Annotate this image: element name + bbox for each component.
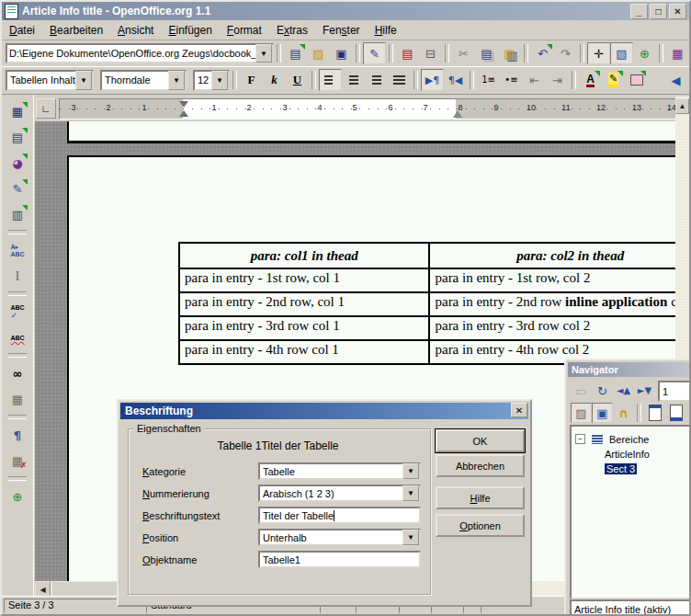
table-cell[interactable]: para in entry - 2nd row inline applicati… bbox=[429, 292, 679, 316]
save-button[interactable]: ▣ bbox=[330, 42, 353, 64]
document-table[interactable]: para: col1 in thead para: col2 in thead … bbox=[178, 242, 679, 365]
print-file-button[interactable]: ⊟ bbox=[419, 42, 442, 64]
menu-einfuegen[interactable]: Einfügen bbox=[161, 22, 219, 39]
numbering-dropdown-icon[interactable]: ▼ bbox=[402, 485, 419, 501]
open-button[interactable]: ▨ bbox=[307, 42, 330, 64]
bullet-list-button[interactable]: •≡ bbox=[500, 69, 523, 91]
anchor-text-button[interactable] bbox=[686, 403, 691, 423]
form-functions-button[interactable]: ▥ bbox=[6, 203, 29, 225]
insert-button[interactable]: ▤ bbox=[6, 126, 29, 148]
table-cell[interactable]: para in entry - 2nd row, col 1 bbox=[179, 292, 429, 316]
table-cell[interactable]: para in entry - 1st row, col 2 bbox=[429, 268, 679, 292]
ok-button[interactable]: OK bbox=[436, 429, 525, 452]
toggle-button[interactable]: ▭ bbox=[571, 381, 592, 401]
menu-ansicht[interactable]: Ansicht bbox=[110, 22, 161, 39]
table-cell[interactable]: para in entry - 4th row col 1 bbox=[179, 340, 429, 364]
menu-bearbeiten[interactable]: Bearbeiten bbox=[42, 22, 110, 39]
right-margin-marker[interactable] bbox=[453, 106, 462, 118]
menu-datei[interactable]: Datei bbox=[2, 22, 42, 39]
font-name-combobox[interactable]: Thorndale ▼ bbox=[100, 70, 187, 91]
font-size-value[interactable]: 12 bbox=[195, 74, 211, 86]
auto-spellcheck-button[interactable]: ABC bbox=[6, 326, 29, 348]
minimize-button[interactable]: _ bbox=[630, 4, 648, 19]
cut-button[interactable]: ✂ bbox=[452, 42, 475, 64]
redo-button[interactable]: ↷ bbox=[554, 42, 577, 64]
page-2-bottom[interactable] bbox=[67, 121, 679, 143]
draw-functions-button[interactable]: ✎ bbox=[6, 177, 29, 200]
align-center-button[interactable] bbox=[342, 69, 365, 91]
tab-type-button[interactable]: ∟ bbox=[36, 98, 56, 119]
navigation-button[interactable]: ↻ bbox=[592, 381, 613, 401]
show-root-button[interactable]: ▣ bbox=[592, 403, 613, 423]
page-spinner-value[interactable]: 1 bbox=[660, 386, 691, 397]
category-dropdown[interactable]: Tabelle ▼ bbox=[258, 462, 421, 480]
scroll-up-icon[interactable]: ▲ bbox=[675, 98, 689, 114]
previous-object-button[interactable]: ◄▲ bbox=[613, 381, 634, 401]
maximize-button[interactable]: □ bbox=[650, 4, 667, 19]
toolbar-scroll-left-button[interactable]: ◀ bbox=[664, 69, 687, 91]
paragraph-background-button[interactable] bbox=[625, 69, 648, 91]
menu-hilfe[interactable]: Hilfe bbox=[368, 22, 404, 39]
font-size-combobox[interactable]: 12 ▼ bbox=[193, 70, 230, 91]
close-button[interactable]: ✕ bbox=[669, 4, 686, 19]
nonprinting-characters-button[interactable]: ¶ bbox=[6, 424, 29, 446]
size-dropdown-icon[interactable]: ▼ bbox=[211, 71, 228, 90]
url-value[interactable]: D:\Eigene Dokumente\OpenOffice.org Zeugs… bbox=[7, 47, 255, 60]
gallery-button[interactable]: ▦ bbox=[666, 42, 689, 64]
align-justify-button[interactable] bbox=[388, 69, 411, 91]
menu-extras[interactable]: Extras bbox=[269, 22, 315, 39]
hyperlink-dialog-button[interactable]: ⊕ bbox=[633, 42, 656, 64]
autotext-button[interactable]: A▸ABC bbox=[6, 239, 29, 261]
tree-item-articleinfo[interactable]: ArticleInfo bbox=[605, 447, 650, 461]
italic-button[interactable]: k bbox=[263, 69, 286, 91]
dialog-close-icon[interactable]: ✕ bbox=[511, 403, 527, 417]
cancel-button[interactable]: Abbrechen bbox=[436, 454, 525, 477]
table-header-cell[interactable]: para: col1 in thead bbox=[179, 243, 429, 268]
navigator-document-selector[interactable]: Article Info title (aktiv) bbox=[570, 599, 691, 616]
position-dropdown-icon[interactable]: ▼ bbox=[402, 530, 419, 545]
insert-table-button[interactable]: ▦ bbox=[6, 100, 29, 122]
paragraph-style-value[interactable]: Tabellen Inhalt bbox=[7, 74, 75, 86]
increase-indent-button[interactable]: ⇥ bbox=[546, 69, 569, 91]
font-name-value[interactable]: Thorndale bbox=[102, 74, 168, 86]
url-combobox[interactable]: D:\Eigene Dokumente\OpenOffice.org Zeugs… bbox=[6, 43, 274, 63]
ltr-paragraph-button[interactable]: ▶¶ bbox=[421, 69, 444, 91]
table-header-cell[interactable]: para: col2 in thead bbox=[429, 243, 679, 268]
online-layout-button[interactable]: ⊕ bbox=[6, 485, 29, 508]
insert-object-button[interactable]: ◕ bbox=[6, 152, 29, 174]
left-indent-marker[interactable] bbox=[179, 110, 188, 117]
decrease-indent-button[interactable]: ⇤ bbox=[523, 69, 546, 91]
category-dropdown-icon[interactable]: ▼ bbox=[402, 463, 419, 479]
object-name-input[interactable]: Tabelle1 bbox=[258, 551, 421, 568]
font-dropdown-icon[interactable]: ▼ bbox=[168, 71, 185, 90]
highlighting-button[interactable]: ✎ bbox=[602, 69, 625, 91]
export-pdf-button[interactable]: ▤ bbox=[396, 42, 419, 64]
page-spinner[interactable]: 1 bbox=[658, 381, 691, 402]
numbering-dropdown[interactable]: Arabisch (1 2 3) ▼ bbox=[258, 485, 421, 502]
menu-format[interactable]: Format bbox=[220, 22, 269, 39]
menu-fenster[interactable]: Fenster bbox=[315, 22, 368, 39]
navigator-button[interactable]: ✛ bbox=[587, 42, 610, 64]
tree-item-sect3[interactable]: Sect 3 bbox=[605, 462, 637, 475]
copy-button[interactable]: ▤ bbox=[475, 42, 498, 64]
font-color-button[interactable]: A bbox=[579, 69, 602, 91]
next-object-button[interactable]: ►▼ bbox=[634, 381, 655, 401]
header-button[interactable] bbox=[644, 403, 665, 423]
tree-item-bereiche[interactable]: − Bereiche bbox=[575, 432, 649, 446]
find-replace-button[interactable]: ∞ bbox=[6, 362, 29, 384]
bold-button[interactable]: F bbox=[240, 69, 263, 91]
options-button[interactable]: Optionen bbox=[436, 514, 525, 537]
help-button[interactable]: Hilfe bbox=[436, 486, 525, 509]
table-cell[interactable]: para in entry - 3rd row col 1 bbox=[179, 316, 429, 340]
style-dropdown-icon[interactable]: ▼ bbox=[75, 71, 92, 90]
graphics-toggle-button[interactable]: ▦✗ bbox=[6, 450, 29, 472]
table-cell[interactable]: para in entry - 1st row, col 1 bbox=[179, 268, 429, 292]
undo-button[interactable]: ↶ bbox=[531, 42, 554, 64]
footer-button[interactable] bbox=[665, 403, 686, 423]
table-cell[interactable]: para in entry - 3rd row col 2 bbox=[429, 316, 679, 340]
url-dropdown-icon[interactable]: ▼ bbox=[255, 44, 272, 63]
data-sources-button[interactable]: ▦ bbox=[6, 388, 29, 410]
edit-file-button[interactable]: ✎ bbox=[363, 42, 386, 64]
content-view-button[interactable]: ▨ bbox=[571, 403, 592, 423]
align-left-button[interactable] bbox=[319, 69, 342, 91]
